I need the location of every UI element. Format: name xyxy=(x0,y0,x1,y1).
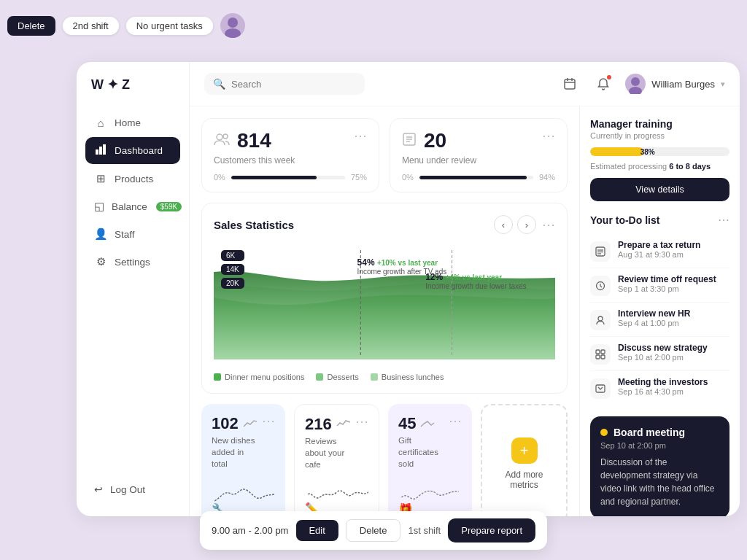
metric-label-dishes: New dishes added in total xyxy=(212,435,262,470)
sidebar-logout-label: Log Out xyxy=(110,484,145,495)
metric-more-dishes[interactable]: ⋯ xyxy=(262,414,275,427)
todo-item-2[interactable]: Interview new HR Sep 4 at 1:00 pm xyxy=(590,303,729,337)
svg-rect-25 xyxy=(596,350,600,354)
user-menu[interactable]: William Burges ▾ xyxy=(625,74,725,94)
chart-next-button[interactable]: › xyxy=(517,215,536,234)
todo-more-button[interactable]: ⋯ xyxy=(718,213,729,227)
sidebar-item-staff-label: Staff xyxy=(115,229,135,240)
todo-item-1[interactable]: Review time off request Sep 1 at 3:30 pm xyxy=(590,268,729,303)
todo-item-3[interactable]: Discuss new strategy Sep 10 at 2:00 pm xyxy=(590,337,729,371)
todo-name-2: Interview new HR xyxy=(618,308,690,319)
legend-dot-lunches xyxy=(371,373,378,381)
stat-progress-start-menu: 0% xyxy=(402,173,414,182)
svg-point-11 xyxy=(217,134,222,140)
svg-point-12 xyxy=(223,134,228,139)
todo-icon-0 xyxy=(590,241,611,262)
chart-nav: ‹ › xyxy=(494,215,536,234)
todo-date-0: Aug 31 at 9:30 am xyxy=(618,250,700,259)
bottom-delete-button[interactable]: Delete xyxy=(346,519,401,542)
header-icons: William Burges ▾ xyxy=(558,72,725,96)
metric-card-add[interactable]: + Add more metrics xyxy=(481,404,568,516)
bottom-shift-label: 1st shift xyxy=(408,525,441,536)
add-metrics-icon[interactable]: + xyxy=(511,438,538,464)
legend-lunches: Business lunches xyxy=(371,373,444,381)
stat-number-customers: 814 xyxy=(237,129,271,152)
bottom-edit-button[interactable]: Edit xyxy=(295,520,338,541)
training-title: Manager training xyxy=(590,118,729,130)
todo-icon-3 xyxy=(590,344,611,365)
todo-name-0: Prepare a tax return xyxy=(618,240,700,250)
todo-text-2: Interview new HR Sep 4 at 1:00 pm xyxy=(618,308,690,327)
menu-icon xyxy=(402,132,417,150)
svg-point-9 xyxy=(631,77,640,86)
header: 🔍 William Burges ▾ xyxy=(190,62,740,106)
stat-more-btn-customers[interactable]: ⋯ xyxy=(354,129,367,142)
todo-icon-4 xyxy=(590,378,611,399)
staff-icon: 👤 xyxy=(94,228,107,241)
metric-number-reviews: 216 xyxy=(305,415,332,434)
metric-number-certs: 45 xyxy=(398,414,416,433)
svg-rect-27 xyxy=(596,355,600,359)
legend-desserts: Desserts xyxy=(316,373,358,381)
balance-badge: $59K xyxy=(156,202,182,211)
stat-icon-num: 814 xyxy=(214,129,271,152)
search-box[interactable]: 🔍 xyxy=(204,73,365,95)
sidebar-logout[interactable]: ↩ Log Out xyxy=(85,477,180,502)
metric-card-certs: 45 Gift certificates sold ⋯ xyxy=(388,404,472,516)
chart-badge-20k: 20K xyxy=(221,278,244,289)
todo-date-4: Sep 16 at 4:30 pm xyxy=(618,387,708,396)
stat-progress-fill-customers xyxy=(231,176,317,179)
metric-label-reviews: Reviews about your cafe xyxy=(305,435,355,470)
sidebar-item-dashboard[interactable]: Dashboard xyxy=(85,137,180,164)
search-input[interactable] xyxy=(231,79,356,90)
products-icon: ⊞ xyxy=(94,172,107,185)
top-tasks-badge: No urgent tasks xyxy=(126,17,213,35)
stat-label-menu: Menu under review xyxy=(402,155,555,166)
chart-more-btn[interactable]: ⋯ xyxy=(542,218,555,231)
chart-prev-button[interactable]: ‹ xyxy=(494,215,513,234)
todo-text-0: Prepare a tax return Aug 31 at 9:30 am xyxy=(618,240,700,259)
todo-name-3: Discuss new strategy xyxy=(618,343,708,353)
legend-dot-desserts xyxy=(316,373,323,381)
sidebar-item-settings-label: Settings xyxy=(115,257,150,268)
sidebar-item-staff[interactable]: 👤 Staff xyxy=(85,221,180,247)
svg-point-24 xyxy=(598,316,603,321)
sidebar-item-home[interactable]: ⌂ Home xyxy=(85,110,180,136)
user-avatar xyxy=(625,74,646,94)
svg-rect-26 xyxy=(601,350,605,354)
notification-button[interactable] xyxy=(592,72,615,96)
sidebar-item-balance[interactable]: ◱ Balance $59K xyxy=(85,193,180,219)
todo-item-0[interactable]: Prepare a tax return Aug 31 at 9:30 am xyxy=(590,234,729,268)
metric-more-certs[interactable]: ⋯ xyxy=(449,414,462,427)
stat-card-customers: 814 ⋯ Customers this week 0% 75% xyxy=(201,118,379,192)
todo-text-1: Review time off request Sep 1 at 3:30 pm xyxy=(618,274,716,293)
search-icon: 🔍 xyxy=(213,78,225,90)
stat-header-customers: 814 ⋯ xyxy=(214,129,367,152)
sidebar-item-settings[interactable]: ⚙ Settings xyxy=(85,249,180,275)
stat-label-customers: Customers this week xyxy=(214,155,367,166)
metric-header-dishes: 102 New dishes added in total ⋯ xyxy=(212,414,275,470)
todo-date-3: Sep 10 at 2:00 pm xyxy=(618,353,708,362)
todo-title: Your to-Do list xyxy=(590,214,659,226)
dashboard-body: 814 ⋯ Customers this week 0% 75% xyxy=(190,106,740,516)
calendar-button[interactable] xyxy=(558,72,581,96)
prepare-report-button[interactable]: Prepare report xyxy=(448,518,535,542)
main-content: 🔍 William Burges ▾ xyxy=(190,62,740,516)
stat-more-btn-menu[interactable]: ⋯ xyxy=(542,129,555,142)
chart-legend: Dinner menu positions Desserts Business … xyxy=(214,367,555,381)
todo-item-4[interactable]: Meeting the investors Sep 16 at 4:30 pm xyxy=(590,371,729,405)
stat-progress-bar-customers xyxy=(231,176,345,179)
view-details-button[interactable]: View details xyxy=(590,178,729,201)
settings-icon: ⚙ xyxy=(94,255,107,268)
legend-dinner: Dinner menu positions xyxy=(214,373,304,381)
metric-more-reviews[interactable]: ⋯ xyxy=(355,415,368,428)
training-progress-label: 38% xyxy=(640,148,655,156)
top-avatar[interactable] xyxy=(220,13,245,38)
stat-progress-row-menu: 0% 94% xyxy=(402,173,555,182)
todo-date-1: Sep 1 at 3:30 pm xyxy=(618,284,716,293)
chart-header: Sales Statistics ‹ › ⋯ xyxy=(214,215,555,234)
metric-number-dishes: 102 xyxy=(212,414,239,433)
top-delete-button[interactable]: Delete xyxy=(7,16,55,36)
board-meeting-popup: Board meeting Sep 10 at 2:00 pm Discussi… xyxy=(590,416,729,516)
sidebar-item-products[interactable]: ⊞ Products xyxy=(85,166,180,192)
